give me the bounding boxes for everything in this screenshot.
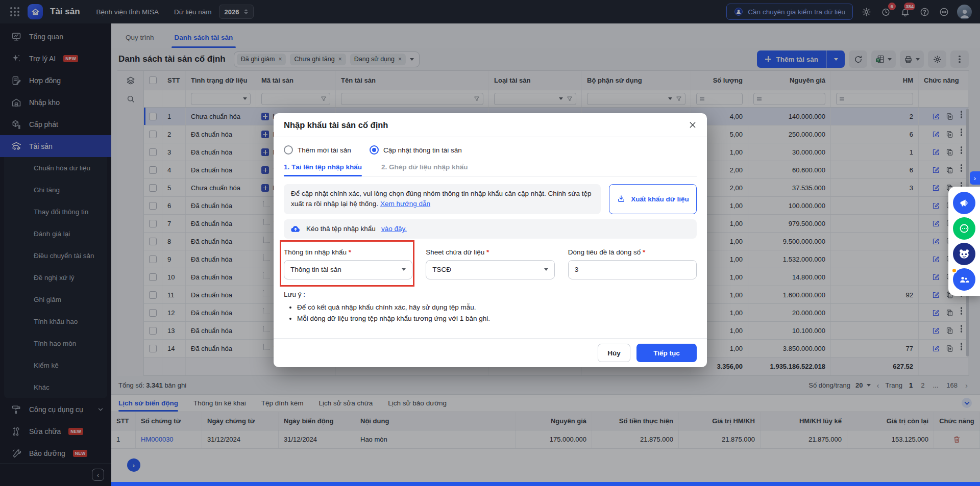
import-modal: Nhập khẩu tài sản cố định Thêm mới tài s… xyxy=(274,113,707,367)
close-icon[interactable] xyxy=(689,121,697,129)
guide-link[interactable]: Xem hướng dẫn xyxy=(380,200,430,208)
modal-footer: Hủy Tiếp tục xyxy=(274,338,707,367)
header-row-label: Dòng tiêu đề là dòng số xyxy=(568,248,697,256)
export-data-button[interactable]: Xuất khẩu dữ liệu xyxy=(609,184,697,214)
export-data-label: Xuất khẩu dữ liệu xyxy=(631,195,689,203)
cancel-button[interactable]: Hủy xyxy=(598,344,630,362)
announcement-widget[interactable] xyxy=(953,192,975,214)
info-text: Để cập nhật chính xác, vui lòng chọn đún… xyxy=(291,190,591,208)
bottom-banner-strip xyxy=(111,482,980,486)
community-widget[interactable] xyxy=(953,268,975,291)
import-info-select[interactable]: Thông tin tài sản xyxy=(284,260,412,279)
note-item: Để có kết quả nhập khẩu chính xác, hãy s… xyxy=(297,303,697,311)
info-box: Để cập nhật chính xác, vui lòng chọn đún… xyxy=(284,184,601,214)
import-info-label: Thông tin nhập khẩu xyxy=(284,248,412,256)
continue-button[interactable]: Tiếp tục xyxy=(636,344,697,362)
sheet-value: TSCĐ xyxy=(432,266,451,273)
field-import-info: Thông tin nhập khẩu Thông tin tài sản xyxy=(284,248,412,279)
file-dropzone[interactable]: Kéo thả tệp nhập khẩu vào đây. xyxy=(284,219,697,239)
step-map-data[interactable]: 2. Ghép dữ liệu nhập khẩu xyxy=(381,163,468,176)
import-fields: Thông tin nhập khẩu Thông tin tài sản Sh… xyxy=(284,248,697,279)
chat-widget[interactable] xyxy=(953,217,975,240)
field-header-row: Dòng tiêu đề là dòng số xyxy=(568,248,697,279)
step-upload[interactable]: 1. Tải lên tệp nhập khẩu xyxy=(284,163,362,176)
radio-icon xyxy=(284,145,293,155)
modal-header: Nhập khẩu tài sản cố định xyxy=(274,113,707,137)
sheet-label: Sheet chứa dữ liệu xyxy=(426,248,554,256)
radio-update-info[interactable]: Cập nhật thông tin tài sản xyxy=(370,145,462,155)
header-row-input[interactable] xyxy=(568,260,697,279)
chat-icon xyxy=(958,222,970,235)
sheet-select[interactable]: TSCĐ xyxy=(426,260,554,279)
note-item: Mỗi dòng dữ liệu trong tệp nhập khẩu tươ… xyxy=(297,315,697,322)
radio-add-label: Thêm mới tài sản xyxy=(298,146,351,154)
modal-body: Thêm mới tài sản Cập nhật thông tin tài … xyxy=(274,137,707,338)
modal-title: Nhập khẩu tài sản cố định xyxy=(284,120,388,130)
download-icon xyxy=(617,194,626,203)
wizard-steps: 1. Tải lên tệp nhập khẩu 2. Ghép dữ liệu… xyxy=(284,163,697,176)
notes-section: Lưu ý : Để có kết quả nhập khẩu chính xá… xyxy=(284,291,697,322)
field-sheet: Sheet chứa dữ liệu TSCĐ xyxy=(426,248,554,279)
info-row: Để cập nhật chính xác, vui lòng chọn đún… xyxy=(284,184,697,214)
import-info-value: Thông tin tài sản xyxy=(290,266,341,273)
panda-bot-icon xyxy=(957,247,971,261)
import-mode-radios: Thêm mới tài sản Cập nhật thông tin tài … xyxy=(284,145,697,155)
cloud-upload-icon xyxy=(290,224,301,234)
people-icon xyxy=(958,273,970,286)
support-widget-dock xyxy=(948,187,980,296)
assistant-bot-widget[interactable] xyxy=(953,243,975,265)
notification-dot xyxy=(951,268,957,273)
dropzone-browse-link[interactable]: vào đây. xyxy=(381,225,407,233)
megaphone-icon xyxy=(959,197,970,209)
edge-expand-tab[interactable]: › xyxy=(970,171,980,185)
radio-add-new[interactable]: Thêm mới tài sản xyxy=(284,145,351,155)
dropzone-text: Kéo thả tệp nhập khẩu xyxy=(306,225,376,233)
notes-title: Lưu ý : xyxy=(284,291,697,298)
radio-icon xyxy=(370,145,379,155)
radio-update-label: Cập nhật thông tin tài sản xyxy=(383,146,462,154)
